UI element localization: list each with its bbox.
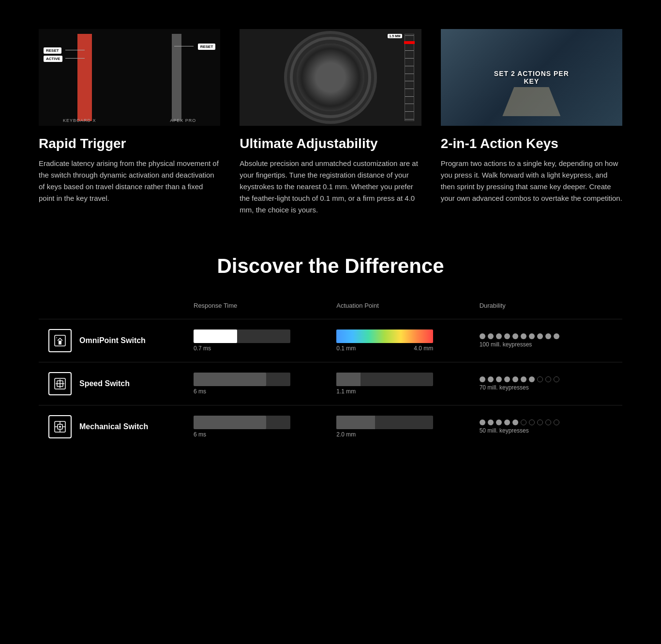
- rt-line-left: [65, 50, 85, 50]
- mechanical-icon-svg: [53, 420, 67, 434]
- omnipoint-response: 0.7 ms: [194, 329, 327, 352]
- table-row: Speed Switch 6 ms 1.1 mm: [39, 362, 622, 405]
- dot: [480, 333, 485, 339]
- adj-ruler: [405, 34, 414, 121]
- dot: [521, 333, 526, 339]
- table-row: OmniPoint Switch 0.7 ms 0.1 mm 4.0 mm: [39, 319, 622, 362]
- mechanical-actuation: 2.0 mm: [336, 416, 469, 438]
- header-response: Response Time: [194, 302, 327, 309]
- mechanical-actuation-bar: [336, 416, 433, 429]
- omnipoint-actuation: 0.1 mm 4.0 mm: [336, 329, 469, 352]
- speed-response: 6 ms: [194, 373, 327, 395]
- mechanical-icon: [48, 415, 72, 438]
- mechanical-actuation-start: 2.0 mm: [336, 431, 356, 438]
- dot: [545, 419, 551, 425]
- rt-bar-right: [172, 34, 181, 121]
- feature-action-keys: SET 2 ACTIONS PER KEY 2-in-1 Action Keys…: [441, 29, 622, 216]
- header-actuation: Actuation Point: [336, 302, 469, 309]
- speed-actuation-start: 1.1 mm: [336, 388, 356, 395]
- rt-tag-active: ACTIVE: [44, 56, 62, 62]
- action-keys-desc: Program two actions to a single key, dep…: [441, 158, 622, 204]
- features-grid: RESET ACTIVE RESET KEYBOARD X APEX PRO R…: [39, 29, 622, 216]
- omnipoint-response-track: [194, 329, 290, 343]
- dot: [537, 333, 543, 339]
- table-row: Mechanical Switch 6 ms 2.0 mm: [39, 405, 622, 448]
- dot: [545, 376, 551, 382]
- speed-actuation-bar: [336, 373, 433, 386]
- mechanical-info: Mechanical Switch: [48, 415, 184, 438]
- rapid-trigger-title: Rapid Trigger: [39, 135, 220, 152]
- dot: [488, 333, 494, 339]
- dot: [480, 376, 485, 382]
- dot: [496, 376, 502, 382]
- dot: [512, 376, 518, 382]
- dot: [504, 333, 510, 339]
- feature-rapid-trigger: RESET ACTIVE RESET KEYBOARD X APEX PRO R…: [39, 29, 220, 216]
- omnipoint-icon: [48, 329, 72, 352]
- omnipoint-actuation-end: 4.0 mm: [414, 345, 433, 352]
- rt-line-right: [174, 46, 194, 46]
- omnipoint-response-fill: [194, 329, 237, 343]
- main-container: RESET ACTIVE RESET KEYBOARD X APEX PRO R…: [0, 0, 661, 487]
- speed-dots: [480, 376, 613, 382]
- omnipoint-actuation-start: 0.1 mm: [336, 345, 356, 352]
- dot: [521, 376, 526, 382]
- adjustability-title: Ultimate Adjustability: [240, 135, 421, 152]
- action-overlay-text: SET 2 ACTIONS PER KEY: [486, 70, 577, 85]
- dot: [554, 419, 559, 425]
- omnipoint-durability: 100 mill. keypresses: [480, 333, 613, 348]
- dot: [537, 419, 543, 425]
- mechanical-dur-label: 50 mill. keypresses: [480, 427, 613, 434]
- dot: [512, 333, 518, 339]
- mechanical-response: 6 ms: [194, 416, 327, 438]
- mechanical-dots: [480, 419, 613, 425]
- speed-durability: 70 mill. keypresses: [480, 376, 613, 391]
- dot: [529, 333, 535, 339]
- header-switch: [48, 302, 184, 309]
- dot: [554, 333, 559, 339]
- speed-actuation: 1.1 mm: [336, 373, 469, 395]
- dot: [529, 419, 535, 425]
- dot: [537, 376, 543, 382]
- omnipoint-info: OmniPoint Switch: [48, 329, 184, 352]
- speed-info: Speed Switch: [48, 372, 184, 395]
- dot: [488, 376, 494, 382]
- action-keys-title: 2-in-1 Action Keys: [441, 135, 622, 152]
- svg-rect-1: [59, 341, 61, 344]
- dot: [504, 419, 510, 425]
- svg-point-12: [59, 426, 61, 428]
- speed-icon-svg: [53, 377, 67, 390]
- mechanical-name: Mechanical Switch: [79, 422, 148, 431]
- rt-label-keyboard: KEYBOARD X: [63, 118, 96, 123]
- dot: [488, 419, 494, 425]
- dot: [480, 419, 485, 425]
- omnipoint-actuation-bar: [336, 329, 433, 343]
- speed-icon: [48, 372, 72, 395]
- mechanical-durability: 50 mill. keypresses: [480, 419, 613, 434]
- rapid-trigger-image: RESET ACTIVE RESET KEYBOARD X APEX PRO: [39, 29, 220, 126]
- speed-actuation-labels: 1.1 mm: [336, 388, 433, 395]
- dot: [496, 419, 502, 425]
- rt-label-apex: APEX PRO: [170, 118, 196, 123]
- speed-response-track: [194, 373, 290, 386]
- dot: [529, 376, 535, 382]
- omnipoint-dur-label: 100 mill. keypresses: [480, 341, 613, 348]
- speed-response-fill: [194, 373, 266, 386]
- omnipoint-actuation-labels: 0.1 mm 4.0 mm: [336, 345, 433, 352]
- dot: [521, 419, 526, 425]
- omnipoint-dots: [480, 333, 613, 339]
- dot: [545, 333, 551, 339]
- rt-tag-reset-right: RESET: [198, 44, 216, 50]
- header-durability: Durability: [480, 302, 613, 309]
- adjustability-desc: Absolute precision and unmatched customi…: [240, 158, 421, 216]
- rt-line-left2: [65, 58, 85, 59]
- rt-tag-reset-left: RESET: [44, 47, 61, 54]
- omnipoint-icon-svg: [53, 334, 67, 347]
- rt-bar-left: [77, 34, 92, 121]
- speed-response-label: 6 ms: [194, 388, 327, 395]
- speed-dur-label: 70 mill. keypresses: [480, 384, 613, 391]
- mechanical-actuation-labels: 2.0 mm: [336, 431, 433, 438]
- adj-red-indicator: [404, 41, 415, 44]
- mechanical-response-label: 6 ms: [194, 431, 327, 438]
- comparison-table: Response Time Actuation Point Durability: [39, 302, 622, 448]
